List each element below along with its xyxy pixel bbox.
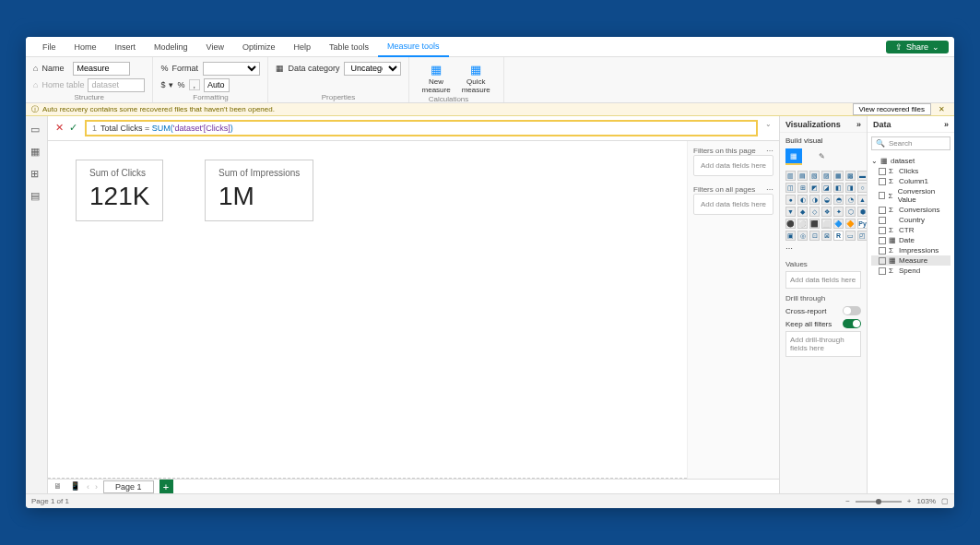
field-node[interactable]: ΣImpressions: [871, 245, 950, 255]
viz-type-icon[interactable]: ◓: [833, 195, 844, 205]
zoom-out-button[interactable]: −: [845, 497, 850, 505]
viz-type-icon[interactable]: 🔷: [833, 219, 844, 229]
menu-view[interactable]: View: [197, 37, 233, 57]
menu-table-tools[interactable]: Table tools: [320, 37, 378, 57]
field-checkbox[interactable]: [879, 168, 886, 175]
field-checkbox[interactable]: [879, 178, 886, 185]
viz-type-icon[interactable]: ▭: [845, 231, 856, 241]
viz-type-icon[interactable]: R: [833, 231, 844, 241]
cross-report-toggle[interactable]: [843, 306, 861, 315]
collapse-icon[interactable]: »: [944, 120, 949, 129]
fit-page-icon[interactable]: ▢: [941, 497, 949, 505]
viz-type-icon[interactable]: ●: [785, 195, 796, 205]
viz-type-icon[interactable]: ◆: [797, 207, 808, 217]
field-node[interactable]: ΣConversions: [871, 205, 950, 215]
viz-type-icon[interactable]: ⬛: [809, 219, 820, 229]
more-icon[interactable]: ⋯: [766, 185, 773, 194]
field-checkbox[interactable]: [879, 257, 886, 265]
decimals-input[interactable]: [204, 78, 230, 92]
values-drop[interactable]: Add data fields here: [785, 271, 861, 289]
menu-measure-tools[interactable]: Measure tools: [378, 37, 449, 57]
viz-type-icon[interactable]: ⬡: [845, 207, 856, 217]
report-canvas[interactable]: Sum of Clicks121KSum of Impressions1M: [48, 141, 687, 479]
zoom-in-button[interactable]: +: [907, 497, 912, 505]
viz-type-icon[interactable]: ❖: [821, 207, 832, 217]
field-node[interactable]: ▦Measure: [871, 255, 950, 266]
filters-all-drop[interactable]: Add data fields here: [693, 194, 773, 215]
viz-type-icon[interactable]: ◎: [797, 231, 808, 241]
field-checkbox[interactable]: [879, 267, 886, 275]
viz-type-icon[interactable]: ▣: [785, 231, 796, 241]
viz-type-icon[interactable]: ◔: [845, 195, 856, 205]
format-select[interactable]: [203, 62, 260, 76]
next-page-icon[interactable]: ›: [95, 482, 98, 492]
recovery-close-button[interactable]: ✕: [935, 105, 949, 113]
field-checkbox[interactable]: [879, 247, 886, 255]
data-search-input[interactable]: 🔍 Search: [871, 136, 950, 150]
viz-type-icon[interactable]: ✦: [833, 207, 844, 217]
menu-home[interactable]: Home: [65, 37, 106, 57]
card-visual[interactable]: Sum of Clicks121K: [76, 160, 163, 221]
viz-type-icon[interactable]: ◨: [845, 183, 856, 193]
viz-type-icon[interactable]: ⊞: [797, 183, 808, 193]
zoom-slider[interactable]: [856, 501, 902, 503]
format-visual-tab[interactable]: ✎: [813, 148, 830, 165]
viz-type-icon[interactable]: ◐: [797, 195, 808, 205]
formula-bar[interactable]: 1 Total Clicks = SUM('dataset'[Clicks]): [85, 120, 758, 136]
viz-type-icon[interactable]: ⊠: [821, 231, 832, 241]
collapse-icon[interactable]: »: [856, 120, 861, 129]
viz-type-icon[interactable]: ⚫: [785, 219, 796, 229]
new-measure-button[interactable]: ▦ New measure: [417, 60, 456, 97]
mobile-layout-icon[interactable]: 📱: [70, 481, 81, 492]
viz-type-icon[interactable]: 🔶: [845, 219, 856, 229]
build-visual-tab[interactable]: ▦: [785, 148, 802, 165]
viz-type-icon[interactable]: ◫: [785, 183, 796, 193]
menu-modeling[interactable]: Modeling: [145, 37, 197, 57]
share-button[interactable]: ⇪ Share ⌄: [886, 41, 949, 53]
viz-type-icon[interactable]: ▧: [809, 171, 820, 181]
field-node[interactable]: ΣSpend: [871, 266, 950, 276]
field-node[interactable]: ▦Date: [871, 235, 950, 245]
viz-type-icon[interactable]: ◒: [821, 195, 832, 205]
currency-button[interactable]: $: [160, 80, 165, 89]
dax-view-icon[interactable]: ▤: [30, 190, 43, 203]
viz-type-icon[interactable]: ▨: [821, 171, 832, 181]
field-node[interactable]: ΣCTR: [871, 225, 950, 235]
field-node[interactable]: Country: [871, 215, 950, 225]
viz-type-icon[interactable]: ▥: [785, 171, 796, 181]
viz-type-icon[interactable]: ◇: [809, 207, 820, 217]
field-checkbox[interactable]: [879, 227, 886, 234]
drill-through-drop[interactable]: Add drill-through fields here: [785, 331, 861, 357]
card-visual[interactable]: Sum of Impressions1M: [205, 160, 313, 221]
viz-type-icon[interactable]: ⊡: [809, 231, 820, 241]
field-node[interactable]: ΣConversion Value: [871, 186, 950, 205]
filters-page-drop[interactable]: Add data fields here: [693, 155, 773, 176]
quick-measure-button[interactable]: ▦ Quick measure: [456, 60, 496, 97]
keep-filters-toggle[interactable]: [843, 319, 861, 328]
add-page-button[interactable]: +: [159, 480, 173, 493]
field-node[interactable]: ΣClicks: [871, 166, 950, 176]
viz-type-icon[interactable]: ◧: [833, 183, 844, 193]
page-tab-1[interactable]: Page 1: [103, 480, 154, 493]
table-node-dataset[interactable]: ⌄ ▦ dataset: [871, 156, 950, 166]
viz-type-icon[interactable]: ◑: [809, 195, 820, 205]
viz-type-icon[interactable]: ▤: [797, 171, 808, 181]
menu-file[interactable]: File: [33, 37, 65, 57]
menu-help[interactable]: Help: [284, 37, 320, 57]
viz-type-icon[interactable]: ◪: [821, 183, 832, 193]
desktop-layout-icon[interactable]: 🖥: [53, 481, 65, 492]
viz-type-icon[interactable]: ⬜: [821, 219, 832, 229]
field-checkbox[interactable]: [879, 207, 886, 214]
field-checkbox[interactable]: [879, 217, 886, 224]
view-recovered-button[interactable]: View recovered files: [853, 103, 931, 115]
field-node[interactable]: ΣColumn1: [871, 176, 950, 186]
percent-button[interactable]: %: [177, 80, 184, 89]
field-checkbox[interactable]: [879, 237, 886, 244]
data-category-select[interactable]: Uncategorized: [344, 62, 401, 76]
table-view-icon[interactable]: ▦: [30, 146, 43, 159]
model-view-icon[interactable]: ⊞: [30, 168, 43, 181]
viz-type-icon[interactable]: ◩: [809, 183, 820, 193]
more-icon[interactable]: ⋯: [766, 147, 773, 155]
field-checkbox[interactable]: [879, 192, 885, 199]
viz-type-icon[interactable]: ⚪: [797, 219, 808, 229]
